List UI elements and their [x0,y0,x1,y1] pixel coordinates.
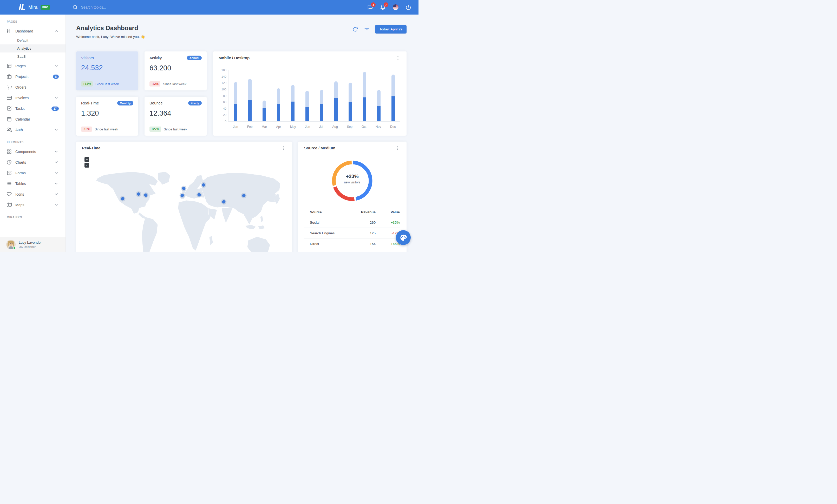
bar-may[interactable] [291,85,295,121]
bar-apr[interactable] [277,88,280,121]
stat-period-badge[interactable]: Annual [187,56,202,60]
notifications-button[interactable]: 7 [380,4,386,10]
sidebar-item-components[interactable]: Components [0,146,66,157]
sidebar-item-icons[interactable]: Icons [0,189,66,200]
x-axis-label: Apr [276,125,281,129]
map-icon [7,202,12,207]
source-table-row-social[interactable]: Social260+35% [304,217,400,228]
y-axis-tick: 160 [219,69,227,72]
sidebar-item-pages[interactable]: Pages [0,60,66,71]
stat-period-badge[interactable]: Monthly [117,101,133,106]
x-axis-label: Sep [347,125,353,129]
stat-card-bounce: BounceYearly12.364+27%Since last week [144,97,207,136]
stat-value: 12.364 [149,109,202,117]
source-value: +35% [376,221,400,224]
source-name: Direct [304,242,347,246]
sidebar-section-mira-pro: MIRA PRO [0,210,66,221]
source-table-row-direct[interactable]: Direct164+46% [304,238,400,249]
map-marker[interactable] [198,193,201,197]
y-axis-tick: 0 [219,120,227,123]
stat-delta: +14% [81,81,93,87]
source-card-menu-button[interactable] [395,146,400,150]
source-revenue: 164 [347,242,376,246]
sidebar-item-auth[interactable]: Auth [0,125,66,135]
sidebar-item-orders[interactable]: Orders [0,82,66,93]
map-marker[interactable] [121,197,125,201]
map-marker[interactable] [182,187,185,190]
chevron-down-icon [54,127,59,132]
bar-mar[interactable] [263,100,266,121]
language-flag-us-icon[interactable] [393,4,398,10]
source-revenue: 125 [347,231,376,235]
map-zoom-out-button[interactable]: - [85,163,89,168]
bar-sep[interactable] [349,82,352,121]
brand[interactable]: Mira PRO [18,3,50,11]
bar-feb[interactable] [248,79,252,121]
map-zoom-in-button[interactable]: + [85,157,89,162]
heart-icon [7,192,12,197]
users-icon [7,127,12,132]
sidebar-item-charts[interactable]: Charts [0,157,66,168]
bar-jan[interactable] [234,82,237,122]
theme-settings-fab[interactable] [396,230,411,245]
main-content: Analytics Dashboard Welcome back, Lucy! … [66,15,418,252]
stat-period-badge[interactable]: Yearly [188,101,202,106]
stat-value: 24.532 [81,64,133,72]
map-marker[interactable] [242,194,246,198]
x-axis-label: Nov [376,125,381,129]
sidebar-subitem-analytics[interactable]: Analytics [0,44,66,53]
calendar-icon [7,117,12,122]
top-navbar: Mira PRO 3 7 [0,0,418,15]
x-axis-label: Mar [262,125,267,129]
stat-value: 63.200 [149,64,202,72]
world-map[interactable] [80,157,288,252]
sidebar-item-invoices[interactable]: Invoices [0,93,66,103]
filter-button[interactable] [364,26,370,33]
bar-jun[interactable] [305,91,309,121]
source-name: Social [304,221,347,224]
credit-card-icon [7,95,12,100]
source-table-row-search-engines[interactable]: Search Engines125-12% [304,228,400,238]
source-revenue: 260 [347,221,376,224]
mobile-desktop-chart-card: Mobile / Desktop 160140120100806040200 J… [213,52,407,136]
bar-jul[interactable] [320,90,323,121]
chart-card-menu-button[interactable] [395,56,401,60]
sidebar-subitem-default[interactable]: Default [0,36,66,44]
shopping-cart-icon [7,85,12,90]
user-menu[interactable]: Lucy Lavender UX Designer [0,237,66,252]
stat-caption: Since last week [95,127,118,131]
search-input[interactable] [81,5,128,10]
sidebar-item-calendar[interactable]: Calendar [0,114,66,125]
bar-nov[interactable] [377,90,380,121]
bar-aug[interactable] [334,81,338,121]
sidebar-item-tables[interactable]: Tables [0,178,66,189]
mira-logo-icon [18,3,25,11]
messages-button[interactable]: 3 [367,4,373,10]
sidebar-item-label: Invoices [15,96,29,100]
sidebar-item-maps[interactable]: Maps [0,200,66,210]
today-date-button[interactable]: Today: April 29 [375,25,407,34]
sidebar-subitem-saas[interactable]: SaaS [0,53,66,60]
map-marker[interactable] [181,194,184,197]
refresh-button[interactable] [352,26,358,33]
map-marker[interactable] [222,200,226,204]
header-actions: Today: April 29 [352,25,407,34]
map-card-menu-button[interactable] [281,146,286,150]
sidebar-item-forms[interactable]: Forms [0,168,66,178]
stat-card-visitors: Visitors24.532+14%Since last week [76,52,138,90]
bar-dec[interactable] [391,75,395,121]
bar-oct[interactable] [363,72,366,121]
sidebar-item-projects[interactable]: Projects8 [0,71,66,82]
map-marker[interactable] [202,183,206,187]
check-square-icon [7,106,12,111]
sidebar-item-count-badge: 17 [52,107,59,111]
chevron-down-icon [54,192,59,197]
sidebar-item-label: Tables [15,182,26,186]
sidebar-item-tasks[interactable]: Tasks17 [0,103,66,114]
logout-button[interactable] [406,4,411,10]
sidebar-item-dashboard[interactable]: Dashboard [0,26,66,36]
y-axis-tick: 20 [219,113,227,116]
sidebar-item-label: Pages [15,64,26,68]
map-marker[interactable] [137,192,140,196]
map-marker[interactable] [144,193,148,197]
